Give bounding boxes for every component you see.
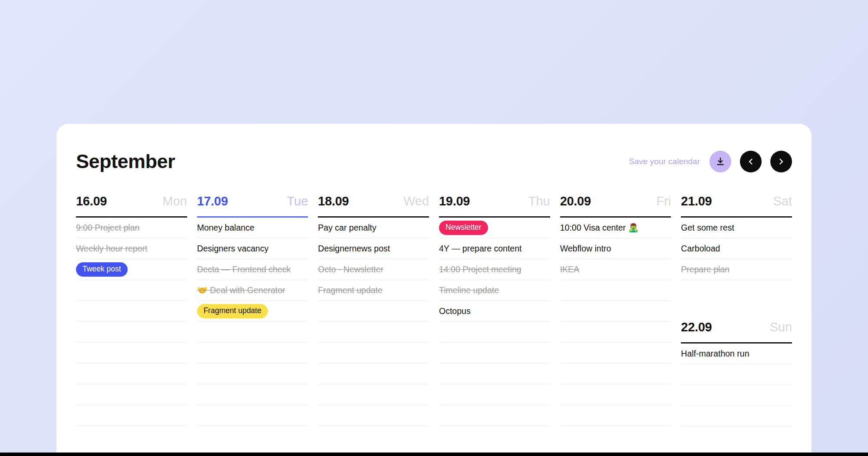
task-row[interactable]: Get some rest <box>681 218 792 238</box>
task-row[interactable]: 14:00 Project meeting <box>439 259 550 280</box>
task-row[interactable]: Half-marathon run <box>681 344 792 364</box>
task-pill: Newsletter <box>439 221 488 235</box>
day-column-20.09: 20.09Fri10:00 Visa center 🧟‍♂️Webflow in… <box>560 194 671 427</box>
empty-row <box>560 280 671 301</box>
day-header: 19.09Thu <box>439 194 550 218</box>
empty-row <box>197 363 308 384</box>
empty-row <box>560 322 671 343</box>
task-label: Fragment update <box>318 285 383 295</box>
task-row[interactable]: IKEA <box>560 259 671 280</box>
task-label: Octopus <box>439 306 471 316</box>
task-row[interactable]: 10:00 Visa center 🧟‍♂️ <box>560 218 671 238</box>
empty-row <box>439 405 550 426</box>
week-grid: 16.09Mon9:00 Project planWeekly hour rep… <box>76 194 792 427</box>
task-label: 4Y — prepare content <box>439 244 521 254</box>
prev-week-button[interactable] <box>740 151 762 172</box>
calendar-header: September Save your calendar <box>76 151 792 172</box>
empty-row <box>681 406 792 427</box>
task-row[interactable]: Money balance <box>197 218 308 238</box>
task-label: Decta — Frontend check <box>197 264 291 274</box>
next-week-button[interactable] <box>770 151 792 172</box>
empty-row <box>76 280 187 301</box>
task-row[interactable]: Weekly hour report <box>76 238 187 259</box>
task-label: Money balance <box>197 223 254 233</box>
day-column-16.09: 16.09Mon9:00 Project planWeekly hour rep… <box>76 194 187 427</box>
empty-row <box>560 363 671 384</box>
task-row[interactable]: Fragment update <box>318 280 429 301</box>
day-header: 18.09Wed <box>318 194 429 218</box>
day-date: 19.09 <box>439 194 470 208</box>
day-weekday: Mon <box>162 194 187 208</box>
task-label: Pay car penalty <box>318 223 376 233</box>
task-row[interactable]: Tweek post <box>76 259 187 280</box>
day-date: 18.09 <box>318 194 349 208</box>
empty-row <box>76 301 187 322</box>
empty-row <box>318 384 429 405</box>
day-column-19.09: 19.09ThuNewsletter4Y — prepare content14… <box>439 194 550 427</box>
empty-row <box>318 322 429 343</box>
empty-row <box>560 384 671 405</box>
task-row[interactable]: 🤝 Deal with Generator <box>197 280 308 301</box>
task-row[interactable]: Octo - Newsletter <box>318 259 429 280</box>
task-row[interactable]: Webflow intro <box>560 238 671 259</box>
empty-row <box>197 343 308 363</box>
empty-row <box>318 363 429 384</box>
empty-row <box>681 385 792 406</box>
day-weekday: Thu <box>528 194 550 208</box>
task-label: Carboload <box>681 244 720 254</box>
day-header: 20.09Fri <box>560 194 671 218</box>
task-row[interactable]: Carboload <box>681 238 792 259</box>
empty-row <box>318 343 429 363</box>
task-row[interactable]: Decta — Frontend check <box>197 259 308 280</box>
task-label: Designers vacancy <box>197 244 269 254</box>
empty-row <box>439 343 550 363</box>
page-title: September <box>76 151 175 172</box>
empty-row <box>681 364 792 385</box>
bottom-bar <box>0 453 868 456</box>
task-label: 9:00 Project plan <box>76 223 139 233</box>
empty-row <box>560 301 671 322</box>
task-label: 10:00 Visa center 🧟‍♂️ <box>560 223 639 233</box>
calendar-card: September Save your calendar <box>56 124 812 456</box>
day-column-18.09: 18.09WedPay car penaltyDesignernews post… <box>318 194 429 427</box>
empty-row <box>76 322 187 343</box>
task-row[interactable]: 9:00 Project plan <box>76 218 187 238</box>
task-label: Weekly hour report <box>76 244 147 254</box>
day-header: 16.09Mon <box>76 194 187 218</box>
empty-row <box>560 343 671 363</box>
empty-row <box>76 343 187 363</box>
day-weekday: Wed <box>403 194 429 208</box>
task-row[interactable]: Designers vacancy <box>197 238 308 259</box>
download-icon <box>716 157 725 166</box>
day-column-21.09: 21.09SatGet some restCarboloadPrepare pl… <box>681 194 792 427</box>
task-label: 14:00 Project meeting <box>439 264 521 274</box>
task-row[interactable]: Newsletter <box>439 218 550 238</box>
task-row[interactable]: 4Y — prepare content <box>439 238 550 259</box>
empty-row <box>76 384 187 405</box>
day-date: 16.09 <box>76 194 107 208</box>
task-label: Get some rest <box>681 223 734 233</box>
download-calendar-button[interactable] <box>710 151 731 172</box>
day-date: 21.09 <box>681 194 712 208</box>
empty-row <box>439 384 550 405</box>
task-row[interactable]: Pay car penalty <box>318 218 429 238</box>
task-row[interactable]: Timeline update <box>439 280 550 301</box>
day-date: 17.09 <box>197 194 228 208</box>
empty-row <box>197 384 308 405</box>
day-column-17.09: 17.09TueMoney balanceDesigners vacancyDe… <box>197 194 308 427</box>
day-weekday: Tue <box>287 194 308 208</box>
task-label: Timeline update <box>439 285 499 295</box>
task-row[interactable]: Fragment update <box>197 301 308 322</box>
task-label: Half-marathon run <box>681 349 749 359</box>
empty-row <box>76 363 187 384</box>
task-row[interactable]: Prepare plan <box>681 259 792 280</box>
empty-row <box>560 405 671 426</box>
task-row[interactable]: Designernews post <box>318 238 429 259</box>
empty-row <box>197 322 308 343</box>
task-row[interactable]: Octopus <box>439 301 550 322</box>
task-label: Octo - Newsletter <box>318 264 383 274</box>
header-controls: Save your calendar <box>629 151 792 172</box>
day-weekday: Fri <box>657 194 671 208</box>
empty-row <box>439 322 550 343</box>
save-calendar-label[interactable]: Save your calendar <box>629 157 700 166</box>
